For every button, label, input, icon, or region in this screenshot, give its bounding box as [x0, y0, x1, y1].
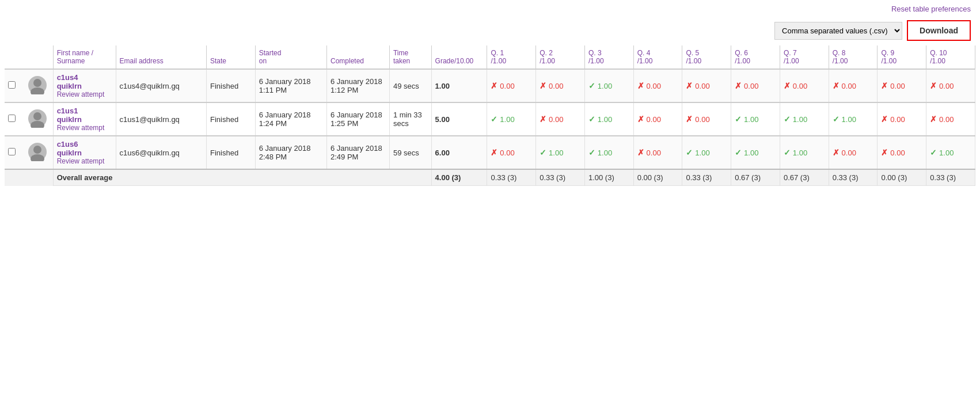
question-score: 0.00 [842, 149, 856, 157]
time-cell: 49 secs [389, 69, 431, 102]
th-q8[interactable]: Q. 8/1.00 [829, 45, 878, 69]
th-q2[interactable]: Q. 2/1.00 [536, 45, 585, 69]
started-cell: 6 January 20182:48 PM [255, 136, 326, 169]
question-score: 1.00 [842, 115, 856, 124]
wrong-icon: ✗ [930, 115, 939, 124]
wrong-icon: ✗ [540, 81, 549, 90]
average-grade-cell: 4.00 (3) [431, 169, 487, 186]
question-score: 0.00 [890, 82, 905, 90]
state-cell: Finished [206, 69, 255, 102]
q3-cell: ✓ 1.00 [584, 136, 633, 169]
review-attempt-link[interactable]: Review attempt [57, 124, 112, 132]
question-score: 0.00 [647, 82, 661, 90]
question-score: 0.00 [842, 82, 856, 90]
review-attempt-link[interactable]: Review attempt [57, 157, 112, 165]
time-cell: 59 secs [389, 136, 431, 169]
average-q3-cell: 1.00 (3) [584, 169, 633, 186]
q6-cell: ✓ 1.00 [731, 102, 780, 136]
th-q6[interactable]: Q. 6/1.00 [731, 45, 780, 69]
wrong-icon: ✗ [930, 81, 939, 90]
user-name-link[interactable]: c1us1quiklrn [57, 106, 82, 124]
th-state[interactable]: State [206, 45, 255, 69]
svg-point-1 [31, 87, 44, 94]
wrong-icon: ✗ [637, 148, 647, 157]
th-grade[interactable]: Grade/10.00 [431, 45, 487, 69]
reset-table-preferences-link[interactable]: Reset table preferences [891, 5, 971, 13]
started-cell: 6 January 20181:11 PM [255, 69, 326, 102]
correct-icon: ✓ [588, 115, 598, 124]
average-q2-cell: 0.33 (3) [536, 169, 585, 186]
started-cell: 6 January 20181:24 PM [255, 102, 326, 136]
q10-cell: ✓ 1.00 [926, 136, 975, 169]
download-button[interactable]: Download [907, 20, 971, 41]
q8-cell: ✗ 0.00 [829, 136, 878, 169]
correct-icon: ✓ [735, 148, 744, 157]
question-score: 0.00 [500, 82, 514, 90]
checkbox-cell[interactable] [5, 102, 22, 136]
checkbox-cell[interactable] [5, 69, 22, 102]
user-name-link[interactable]: c1us4quiklrn [57, 73, 82, 90]
q9-cell: ✗ 0.00 [878, 136, 926, 169]
user-name-link[interactable]: c1us6quiklrn [57, 140, 82, 157]
question-score: 0.00 [695, 115, 709, 124]
th-name[interactable]: First name /Surname [53, 45, 116, 69]
correct-icon: ✓ [686, 148, 695, 157]
completed-cell: 6 January 20181:12 PM [326, 69, 389, 102]
correct-icon: ✓ [930, 148, 939, 157]
question-score: 1.00 [549, 149, 563, 157]
q10-cell: ✗ 0.00 [926, 69, 975, 102]
download-format-select[interactable]: Comma separated values (.csv)ExcelJSONHT… [774, 22, 902, 40]
completed-cell: 6 January 20181:25 PM [326, 102, 389, 136]
svg-point-0 [33, 79, 41, 87]
question-score: 0.00 [500, 149, 514, 157]
correct-icon: ✓ [540, 148, 549, 157]
wrong-icon: ✗ [784, 81, 793, 90]
q8-cell: ✗ 0.00 [829, 69, 878, 102]
completed-cell: 6 January 20182:49 PM [326, 136, 389, 169]
q5-cell: ✗ 0.00 [682, 69, 731, 102]
th-started[interactable]: Startedon [255, 45, 326, 69]
th-q9[interactable]: Q. 9/1.00 [878, 45, 926, 69]
state-cell: Finished [206, 102, 255, 136]
q9-cell: ✗ 0.00 [878, 102, 926, 136]
question-score: 1.00 [598, 115, 612, 124]
average-q7-cell: 0.67 (3) [780, 169, 829, 186]
svg-point-5 [31, 154, 44, 161]
question-score: 1.00 [500, 115, 514, 124]
wrong-icon: ✗ [833, 81, 842, 90]
th-email[interactable]: Email address [116, 45, 206, 69]
question-score: 0.00 [549, 82, 563, 90]
th-time[interactable]: Timetaken [389, 45, 431, 69]
th-q5[interactable]: Q. 5/1.00 [682, 45, 731, 69]
question-score: 0.00 [939, 82, 954, 90]
th-completed[interactable]: Completed [326, 45, 389, 69]
wrong-icon: ✗ [833, 148, 842, 157]
wrong-icon: ✗ [637, 81, 647, 90]
q9-cell: ✗ 0.00 [878, 69, 926, 102]
question-score: 0.00 [549, 115, 563, 124]
wrong-icon: ✗ [637, 115, 647, 124]
question-score: 0.00 [939, 115, 954, 124]
grades-table: First name /Surname Email address State … [5, 45, 975, 186]
checkbox-cell[interactable] [5, 136, 22, 169]
question-score: 0.00 [890, 149, 905, 157]
wrong-icon: ✗ [881, 81, 890, 90]
q7-cell: ✓ 1.00 [780, 136, 829, 169]
th-q1[interactable]: Q. 1/1.00 [487, 45, 536, 69]
review-attempt-link[interactable]: Review attempt [57, 90, 112, 98]
average-q9-cell: 0.00 (3) [878, 169, 926, 186]
wrong-icon: ✗ [881, 115, 890, 124]
wrong-icon: ✗ [686, 81, 695, 90]
email-cell: c1us1@quiklrn.gq [116, 102, 206, 136]
q2-cell: ✗ 0.00 [536, 102, 585, 136]
th-q3[interactable]: Q. 3/1.00 [584, 45, 633, 69]
q10-cell: ✗ 0.00 [926, 102, 975, 136]
th-q7[interactable]: Q. 7/1.00 [780, 45, 829, 69]
th-q10[interactable]: Q. 10/1.00 [926, 45, 975, 69]
th-checkbox [5, 45, 22, 69]
question-score: 1.00 [598, 82, 612, 90]
wrong-icon: ✗ [735, 81, 744, 90]
avatar-cell [22, 102, 53, 136]
avatar-cell [22, 136, 53, 169]
th-q4[interactable]: Q. 4/1.00 [633, 45, 682, 69]
